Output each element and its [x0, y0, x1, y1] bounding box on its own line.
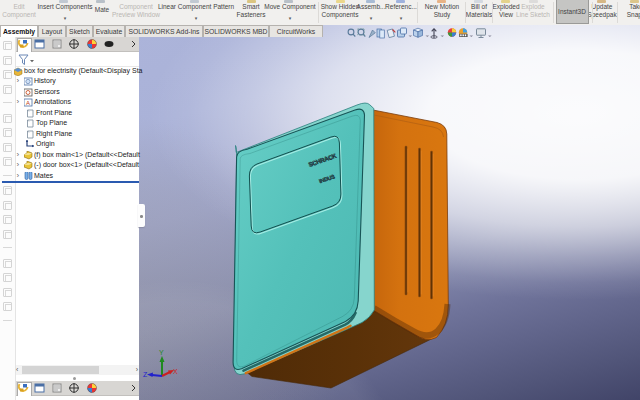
svg-text:Z: Z — [143, 371, 148, 378]
svg-text:Y: Y — [159, 349, 164, 356]
svg-text:A: A — [26, 100, 30, 106]
svg-text:X: X — [173, 368, 178, 375]
